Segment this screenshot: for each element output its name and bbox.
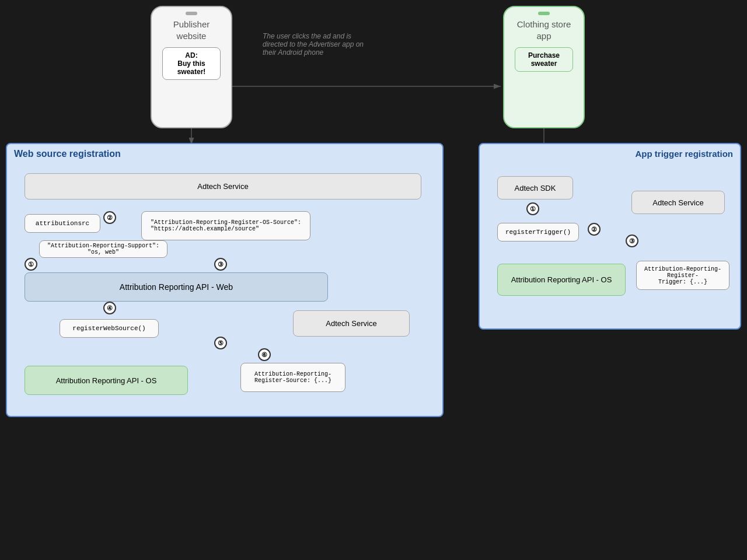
- adtech-service-right: Adtech Service: [631, 191, 725, 214]
- register-trigger-box: registerTrigger(): [497, 223, 579, 242]
- web-api-box: Attribution Reporting API - Web: [25, 272, 328, 302]
- arrow-label: The user clicks the ad and is directed t…: [263, 32, 364, 57]
- step-right-2: ②: [588, 223, 601, 236]
- register-source-code-box: Attribution-Reporting- Register-Source: …: [240, 363, 345, 392]
- support-code-box: "Attribution-Reporting-Support": "os, we…: [39, 240, 167, 258]
- os-api-right-box: Attribution Reporting API - OS: [497, 264, 626, 296]
- attributionsrc-box: attributionsrc: [25, 214, 100, 233]
- os-api-left-box: Attribution Reporting API - OS: [25, 366, 188, 395]
- publisher-phone-title: Publisher website: [173, 19, 210, 41]
- diagram: Publisher website AD: Buy this sweater! …: [0, 0, 747, 560]
- purchase-text: Purchase sweater: [528, 51, 560, 68]
- clothing-phone-title: Clothing store app: [517, 19, 571, 41]
- app-trigger-title: App trigger registration: [635, 149, 733, 159]
- step-left-5: ⑤: [214, 337, 227, 349]
- step-left-4: ④: [103, 302, 116, 314]
- step-right-1: ①: [526, 202, 539, 215]
- step-left-3: ③: [214, 258, 227, 271]
- adtech-service-bottom: Adtech Service: [293, 310, 410, 337]
- register-trigger-code-box: Attribution-Reporting-Register- Trigger:…: [636, 261, 729, 290]
- register-web-source-box: registerWebSource(): [60, 319, 159, 338]
- step-left-1: ①: [25, 258, 37, 271]
- purchase-box: Purchase sweater: [515, 47, 573, 72]
- adtech-service-top: Adtech Service: [25, 173, 421, 200]
- publisher-phone: Publisher website AD: Buy this sweater!: [151, 6, 232, 128]
- web-source-title: Web source registration: [14, 149, 121, 159]
- clothing-phone-notch: [538, 12, 550, 15]
- app-trigger-panel: App trigger registration Adtech SDK regi…: [479, 143, 741, 330]
- publisher-ad-box: AD: Buy this sweater!: [162, 47, 221, 80]
- phone-notch: [186, 12, 197, 15]
- step-left-2: ②: [103, 211, 116, 224]
- header-code-box: "Attribution-Reporting-Register-OS-Sourc…: [141, 211, 310, 240]
- web-source-panel: Web source registration Adtech Service a…: [6, 143, 444, 417]
- step-left-6: ⑥: [258, 348, 271, 361]
- adtech-sdk-box: Adtech SDK: [497, 176, 573, 200]
- ad-text: AD: Buy this sweater!: [177, 51, 206, 76]
- clothing-phone: Clothing store app Purchase sweater: [503, 6, 585, 128]
- step-right-3: ③: [626, 235, 638, 247]
